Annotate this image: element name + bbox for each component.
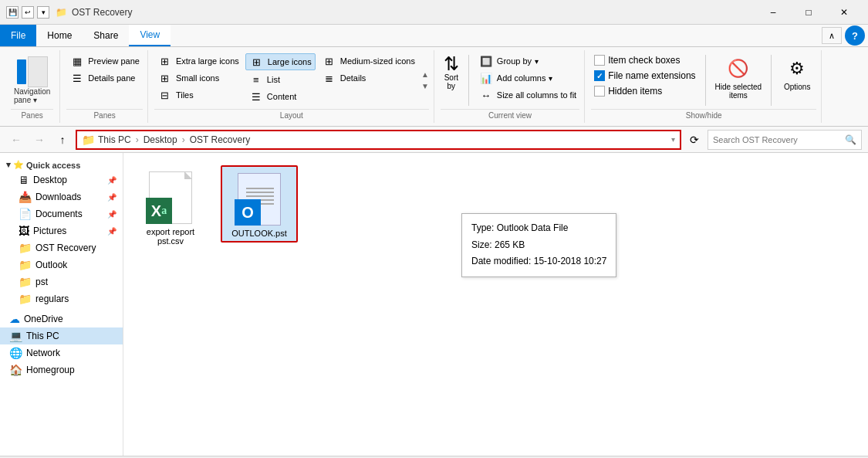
homegroup-label: Homegroup — [26, 365, 75, 375]
forward-button[interactable]: → — [29, 130, 49, 150]
outlook-folder-icon: 📁 — [19, 259, 32, 271]
search-icon[interactable]: 🔍 — [845, 134, 856, 145]
small-icons-icon: ⊞ — [157, 72, 173, 84]
sidebar-item-desktop[interactable]: 🖥 Desktop 📌 — [0, 171, 123, 188]
options-button[interactable]: ⚙ Options — [778, 53, 816, 93]
sidebar-item-downloads[interactable]: 📥 Downloads 📌 — [0, 188, 123, 205]
sidebar-item-documents[interactable]: 📄 Documents 📌 — [0, 205, 123, 222]
add-columns-label: Add columns — [497, 73, 546, 83]
options-label: Options — [784, 83, 810, 91]
show-hide-items: Item check boxes ✓ File name extensions … — [591, 53, 816, 107]
sort-by-button[interactable]: ⇅ Sortby — [441, 53, 462, 92]
onedrive-label: OneDrive — [24, 314, 63, 324]
hidden-items-option[interactable]: Hidden items — [591, 84, 698, 98]
nav-pane-icon — [17, 56, 48, 87]
sidebar-item-ost-recovery[interactable]: 📁 OST Recovery — [0, 239, 123, 256]
address-dropdown-chevron[interactable]: ▾ — [671, 135, 675, 144]
details-pane-button[interactable]: ☰ Details pane — [66, 70, 143, 86]
help-button[interactable]: ? — [845, 25, 865, 46]
sidebar-item-pictures[interactable]: 🖼 Pictures 📌 — [0, 222, 123, 239]
sidebar-item-pst[interactable]: 📁 pst — [0, 273, 123, 290]
divider3 — [771, 55, 772, 106]
refresh-button[interactable]: ⟳ — [684, 130, 704, 150]
details-button[interactable]: ≣ Details — [319, 70, 418, 86]
large-icons-label: Large icons — [268, 57, 312, 66]
file-name-extensions-checkbox[interactable]: ✓ — [594, 70, 605, 81]
pictures-icon: 🖼 — [19, 225, 29, 237]
check-mark: ✓ — [596, 72, 603, 80]
content-button[interactable]: ☰ Content — [245, 89, 316, 104]
large-icons-button[interactable]: ⊞ Large icons — [245, 53, 316, 70]
group-by-chevron: ▾ — [535, 57, 539, 66]
up-button[interactable]: ↑ — [52, 130, 73, 150]
preview-pane-button[interactable]: ▦ Preview pane — [66, 53, 143, 69]
sidebar-item-outlook[interactable]: 📁 Outlook — [0, 256, 123, 273]
sidebar-header-quick-access[interactable]: ▾ ⭐ Quick access — [0, 156, 123, 171]
onedrive-icon: ☁ — [9, 313, 20, 325]
minimize-button[interactable]: – — [755, 0, 791, 25]
close-button[interactable]: ✕ — [826, 0, 862, 25]
sort-by-icon: ⇅ — [444, 55, 459, 73]
hide-selected-button[interactable]: 🚫 Hide selecteditems — [712, 53, 765, 101]
sidebar-item-this-pc[interactable]: 💻 This PC — [0, 327, 123, 344]
item-check-boxes-label: Item check boxes — [608, 55, 680, 66]
tab-home[interactable]: Home — [36, 25, 83, 46]
homegroup-icon: 🏠 — [9, 364, 22, 376]
nav-pane-button[interactable]: Navigationpane ▾ — [11, 53, 53, 107]
file-item-pst[interactable]: O OUTLOOK.pst Type: Outlook Data File Si… — [221, 165, 298, 243]
show-hide-group: Item check boxes ✓ File name extensions … — [586, 50, 822, 123]
breadcrumb-sep1: › — [136, 134, 139, 145]
breadcrumb-this-pc[interactable]: This PC — [98, 134, 131, 145]
network-label: Network — [26, 348, 60, 358]
outlook-badge: O — [235, 199, 261, 226]
list-button[interactable]: ≡ List — [245, 72, 316, 87]
desktop-pin-icon: 📌 — [107, 176, 117, 185]
breadcrumb-desktop[interactable]: Desktop — [144, 134, 177, 145]
ribbon-top-right: ∧ ? — [822, 25, 868, 46]
tab-view[interactable]: View — [129, 25, 171, 46]
extra-large-icons-button[interactable]: ⊞ Extra large icons — [154, 53, 242, 69]
group-by-button[interactable]: 🔲 Group by ▾ — [475, 53, 579, 69]
medium-icons-button[interactable]: ⊞ Medium-sized icons — [319, 53, 418, 69]
sidebar-item-onedrive[interactable]: ☁ OneDrive — [0, 310, 123, 327]
ribbon-content: Navigationpane ▾ Panes ▦ Preview pane ☰ … — [0, 47, 868, 126]
title-folder-icon: 📁 — [56, 7, 67, 18]
file-item-csv[interactable]: Xa export reportpst.csv — [136, 165, 205, 249]
ribbon-collapse-button[interactable]: ∧ — [822, 27, 842, 44]
breadcrumb-ost-recovery[interactable]: OST Recovery — [190, 134, 250, 145]
size-all-label: Size all columns to fit — [497, 90, 576, 100]
back-button[interactable]: ← — [6, 130, 26, 150]
sidebar-item-network[interactable]: 🌐 Network — [0, 344, 123, 361]
regulars-label: regulars — [35, 293, 69, 304]
layout-scroll-down[interactable]: ▼ — [421, 82, 429, 90]
search-box[interactable]: 🔍 — [708, 130, 862, 150]
tiles-button[interactable]: ⊟ Tiles — [154, 87, 242, 103]
item-check-boxes-checkbox[interactable] — [594, 55, 605, 66]
regulars-folder-icon: 📁 — [19, 293, 32, 305]
file-name-extensions-option[interactable]: ✓ File name extensions — [591, 69, 698, 83]
add-columns-button[interactable]: 📊 Add columns ▾ — [475, 70, 579, 86]
hidden-items-checkbox[interactable] — [594, 86, 605, 97]
small-icons-label: Small icons — [176, 73, 219, 83]
pst-label: pst — [35, 276, 48, 287]
item-check-boxes-option[interactable]: Item check boxes — [591, 53, 698, 67]
pictures-label: Pictures — [33, 226, 66, 236]
tab-file[interactable]: File — [0, 25, 36, 46]
search-input[interactable] — [713, 135, 842, 144]
layout-col2: ⊞ Large icons ≡ List ☰ Content — [245, 53, 316, 107]
layout-scroll-up[interactable]: ▲ — [421, 70, 429, 79]
pst-filename: OUTLOOK.pst — [231, 229, 287, 238]
size-all-button[interactable]: ↔ Size all columns to fit — [475, 87, 579, 103]
sidebar-item-homegroup[interactable]: 🏠 Homegroup — [0, 361, 123, 378]
list-label: List — [267, 75, 280, 84]
redo-icon: ▾ — [37, 6, 49, 19]
content-label: Content — [267, 92, 297, 101]
title-bar: 💾 ↩ ▾ 📁 OST Recovery – □ ✕ — [0, 0, 868, 25]
tab-share[interactable]: Share — [83, 25, 129, 46]
small-icons-button[interactable]: ⊞ Small icons — [154, 70, 242, 86]
maximize-button[interactable]: □ — [791, 0, 826, 25]
current-view-label: Current view — [441, 109, 579, 120]
hide-selected-label: Hide selecteditems — [715, 83, 762, 100]
address-bar[interactable]: 📁 This PC › Desktop › OST Recovery ▾ — [76, 130, 681, 150]
sidebar-item-regulars[interactable]: 📁 regulars — [0, 290, 123, 307]
